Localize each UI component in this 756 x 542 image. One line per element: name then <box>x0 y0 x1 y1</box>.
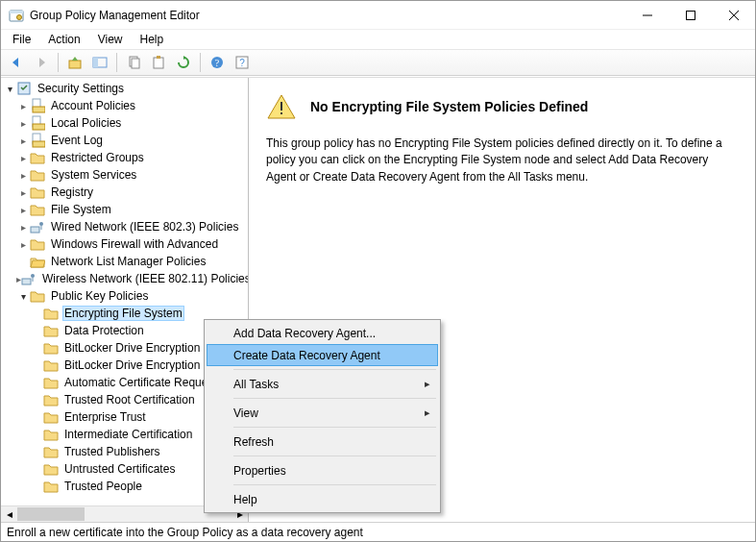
help-blue-icon[interactable]: ? <box>206 52 229 73</box>
show-hide-tree-icon[interactable] <box>88 52 111 73</box>
up-folder-icon[interactable] <box>63 52 86 73</box>
folder-icon <box>43 340 59 356</box>
folder-icon <box>43 409 59 425</box>
expand-icon[interactable]: ▾ <box>16 291 30 302</box>
status-bar: Enroll a new certificate into the Group … <box>1 522 755 541</box>
context-menu-item[interactable]: Create Data Recovery Agent <box>207 344 438 366</box>
tree-node[interactable]: ▸Wireless Network (IEEE 802.11) Policies <box>1 270 248 287</box>
minimize-button[interactable] <box>625 1 669 29</box>
content-heading: No Encrypting File System Policies Defin… <box>310 99 588 114</box>
folder-icon <box>30 288 45 304</box>
folder-icon <box>30 236 45 252</box>
folder-icon <box>43 392 59 407</box>
toolbar-separator <box>200 53 201 72</box>
svg-rect-35 <box>280 112 282 114</box>
expand-icon[interactable]: ▾ <box>3 84 16 94</box>
svg-rect-26 <box>33 124 45 130</box>
svg-rect-14 <box>132 59 139 68</box>
tree-node[interactable]: Network List Manager Policies <box>1 253 248 270</box>
refresh-icon[interactable] <box>172 52 195 73</box>
tree-node[interactable]: ▸Wired Network (IEEE 802.3) Policies <box>1 218 248 235</box>
title-bar: Group Policy Management Editor <box>1 1 755 30</box>
tree-node[interactable]: ▸Restricted Groups <box>1 149 248 166</box>
tree-node-label: Trusted Publishers <box>62 444 162 459</box>
net-icon <box>30 219 45 234</box>
svg-rect-1 <box>10 11 23 13</box>
tree-node-label: File System <box>49 202 113 217</box>
policy-icon <box>30 115 45 131</box>
svg-rect-15 <box>154 58 163 68</box>
context-menu-separator <box>233 456 436 456</box>
tree-node-label: Wireless Network (IEEE 802.11) Policies <box>40 271 248 286</box>
tree-node[interactable]: ▸Local Policies <box>1 114 248 132</box>
svg-text:?: ? <box>215 58 220 68</box>
tree-node-label: Wired Network (IEEE 802.3) Policies <box>49 219 240 234</box>
expand-icon[interactable]: ▸ <box>16 205 30 215</box>
expand-icon[interactable]: ▸ <box>16 153 30 163</box>
tree-node-label: BitLocker Drive Encryption <box>62 340 202 356</box>
context-menu-item[interactable]: All Tasks <box>207 373 438 395</box>
svg-rect-9 <box>69 61 81 68</box>
content-body: This group policy has no Encrypting File… <box>266 136 727 185</box>
menu-bar: File Action View Help <box>1 30 755 49</box>
svg-marker-8 <box>39 58 45 67</box>
context-menu-separator <box>233 427 436 428</box>
svg-rect-12 <box>93 58 98 67</box>
expand-icon[interactable]: ▸ <box>16 118 30 129</box>
tree-node[interactable]: ▸Windows Firewall with Advanced <box>1 235 248 253</box>
forward-arrow-icon[interactable] <box>30 52 53 73</box>
scroll-thumb[interactable] <box>17 507 85 521</box>
tree-node-label: Windows Firewall with Advanced <box>49 236 220 252</box>
scroll-left-icon[interactable]: ◂ <box>1 506 17 522</box>
folder-icon <box>43 323 59 338</box>
security-icon <box>16 81 32 96</box>
back-arrow-icon[interactable] <box>5 52 28 73</box>
svg-rect-34 <box>280 102 282 111</box>
toolbar: ? ? <box>1 49 755 76</box>
tree-node-label: Intermediate Certification <box>62 427 194 442</box>
window-title: Group Policy Management Editor <box>30 9 200 22</box>
paste-icon[interactable] <box>147 52 170 73</box>
help-toggle-icon[interactable]: ? <box>231 52 254 73</box>
expand-icon[interactable]: ▸ <box>16 239 30 250</box>
tree-node[interactable]: ▸Registry <box>1 184 248 201</box>
expand-icon[interactable]: ▸ <box>16 170 30 181</box>
context-menu-separator <box>233 369 436 370</box>
tree-node[interactable]: ▸Event Log <box>1 132 248 149</box>
svg-rect-4 <box>686 11 695 19</box>
close-button[interactable] <box>712 1 755 29</box>
context-menu-item[interactable]: Refresh <box>207 431 438 453</box>
context-menu-item[interactable]: Help <box>207 488 438 510</box>
svg-rect-31 <box>22 279 31 284</box>
copy-icon[interactable] <box>122 52 145 73</box>
folder-icon <box>43 375 59 390</box>
menu-view[interactable]: View <box>90 31 131 48</box>
expand-icon[interactable]: ▸ <box>16 187 30 198</box>
context-menu-item[interactable]: View <box>207 402 438 424</box>
menu-help[interactable]: Help <box>133 31 172 48</box>
status-text: Enroll a new certificate into the Group … <box>7 526 363 539</box>
svg-rect-28 <box>33 141 45 147</box>
expand-icon[interactable]: ▸ <box>16 136 30 146</box>
menu-file[interactable]: File <box>5 31 38 48</box>
folder-icon <box>30 202 45 217</box>
maximize-button[interactable] <box>669 1 712 29</box>
tree-node[interactable]: ▸System Services <box>1 166 248 184</box>
menu-action[interactable]: Action <box>40 31 87 48</box>
folder-icon <box>43 479 59 494</box>
expand-icon[interactable]: ▸ <box>16 101 30 111</box>
tree-node[interactable]: ▸File System <box>1 201 248 218</box>
tree-node-public-key-policies[interactable]: ▾ Public Key Policies <box>1 287 248 305</box>
expand-icon[interactable]: ▸ <box>16 222 30 233</box>
tree-node-label: Network List Manager Policies <box>49 254 207 269</box>
svg-point-2 <box>17 14 22 19</box>
tree-node-label: Untrusted Certificates <box>62 461 177 477</box>
tree-root[interactable]: ▾ Security Settings <box>1 80 248 97</box>
context-menu-item[interactable]: Add Data Recovery Agent... <box>207 322 438 344</box>
context-menu-separator <box>233 398 436 399</box>
tree-node-label: Account Policies <box>49 98 137 113</box>
svg-point-30 <box>39 222 43 226</box>
folder-icon <box>43 444 59 459</box>
tree-node[interactable]: ▸Account Policies <box>1 97 248 114</box>
context-menu-item[interactable]: Properties <box>207 459 438 481</box>
